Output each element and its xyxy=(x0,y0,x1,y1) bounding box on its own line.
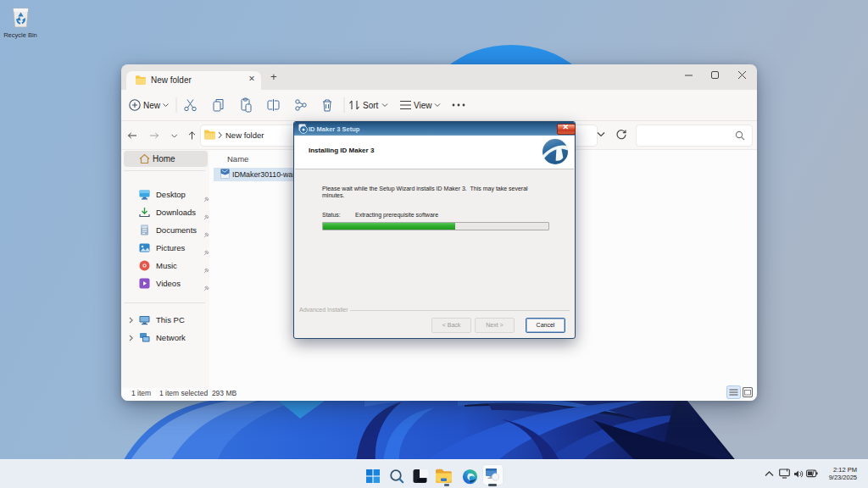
svg-text:Sort: Sort xyxy=(363,101,379,110)
svg-text:View: View xyxy=(414,101,432,110)
svg-text:New: New xyxy=(143,101,161,110)
